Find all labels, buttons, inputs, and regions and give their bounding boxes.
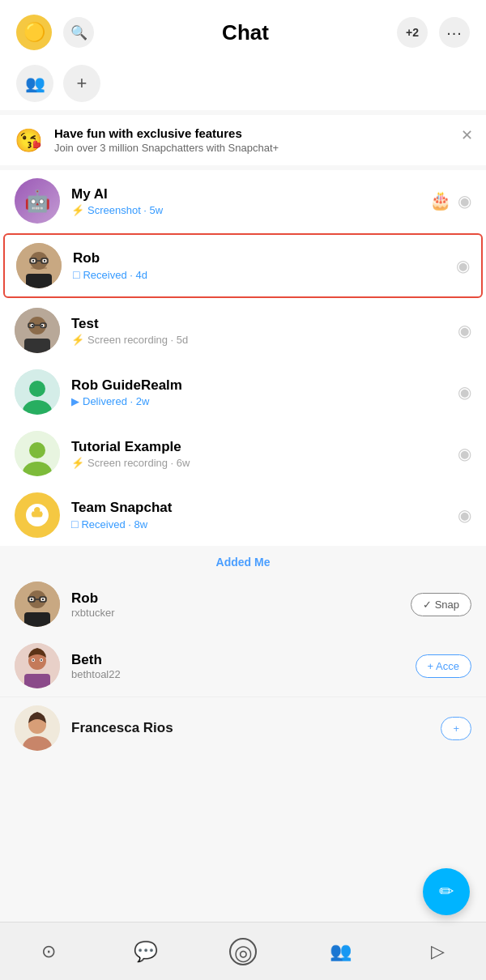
chat-avatar-myai: 🤖 (15, 178, 60, 224)
svg-point-43 (40, 659, 42, 661)
svg-point-16 (32, 325, 33, 326)
added-username-beth: bethtoal22 (71, 668, 416, 680)
chat-status-tutorial: ⚡ Screen recording · 6w (71, 457, 458, 469)
svg-point-42 (32, 659, 34, 661)
camera-icon-myai[interactable]: ◉ (458, 191, 471, 211)
camera-icon-rob[interactable]: ◉ (456, 256, 470, 275)
promo-banner: 😘 Have fun with exclusive features Join … (0, 115, 486, 165)
svg-rect-13 (24, 339, 50, 353)
bottom-navigation: ⊙ 💬 ◎ 👥 ▷ (0, 922, 486, 980)
search-button[interactable]: 🔍 (63, 17, 94, 48)
chat-item-myai[interactable]: 🤖 My AI ⚡ Screenshot · 5w 🎂 ◉ (0, 170, 486, 232)
friends-icon: 👥 (330, 941, 352, 962)
added-username-rob: rxbtucker (71, 607, 411, 619)
page-title: Chat (94, 20, 397, 45)
chat-name-test: Test (71, 316, 458, 332)
promo-emoji: 😘 (15, 127, 43, 154)
svg-point-5 (32, 260, 34, 262)
chat-item-team-snapchat[interactable]: Team Snapchat □ Received · 8w ◉ (0, 484, 486, 546)
camera-nav-icon: ◎ (229, 938, 257, 965)
new-chat-button[interactable]: + (63, 65, 100, 102)
chat-status-rob-guiderealm: ▶ Delivered · 2w (71, 395, 458, 407)
chat-item-tutorial[interactable]: Tutorial Example ⚡ Screen recording · 6w… (0, 423, 486, 484)
added-me-section: Added Me Rob rxbtucker ✓ Snap (0, 546, 486, 759)
chat-status-test: ⚡ Screen recording · 5d (71, 334, 458, 346)
more-button[interactable]: ··· (439, 17, 470, 48)
received2-icon: □ (71, 518, 78, 530)
svg-rect-2 (26, 274, 52, 288)
screen-rec-icon: ⚡ (71, 334, 84, 346)
promo-close-button[interactable]: ✕ (461, 126, 473, 144)
add-friend-button[interactable]: +2 (397, 17, 428, 48)
camera-icon-tutorial[interactable]: ◉ (458, 444, 471, 463)
svg-point-6 (44, 260, 45, 262)
chat-avatar-rob (16, 243, 62, 288)
added-info-rob: Rob rxbtucker (71, 590, 411, 619)
chat-name-rob: Rob (73, 250, 456, 266)
chat-icon: 💬 (134, 940, 158, 963)
chat-info-tutorial: Tutorial Example ⚡ Screen recording · 6w (71, 439, 458, 469)
added-item-beth[interactable]: Beth bethtoal22 + Acce (0, 635, 486, 697)
chat-info-myai: My AI ⚡ Screenshot · 5w (71, 186, 429, 216)
accept-button-beth[interactable]: + Acce (416, 654, 471, 678)
snap-button-rob[interactable]: ✓ Snap (411, 593, 471, 616)
svg-point-25 (29, 442, 45, 458)
add-friend-label: +2 (406, 26, 419, 39)
svg-rect-7 (31, 267, 47, 269)
user-avatar[interactable]: 🟡 (16, 15, 52, 50)
chat-name-tutorial: Tutorial Example (71, 439, 458, 455)
added-avatar-beth (15, 643, 60, 688)
chat-name-myai: My AI (71, 186, 429, 202)
accept-button-francesca[interactable]: + (441, 717, 471, 740)
added-name-beth: Beth (71, 652, 416, 668)
chat-status-myai: ⚡ Screenshot · 5w (71, 204, 429, 216)
added-item-rob[interactable]: Rob rxbtucker ✓ Snap (0, 573, 486, 635)
header-left: 🟡 🔍 (16, 15, 94, 50)
svg-point-33 (42, 599, 44, 600)
added-name-rob: Rob (71, 590, 411, 607)
nav-stories[interactable]: ▷ (417, 931, 458, 972)
header-right: +2 ··· (397, 17, 470, 48)
more-icon: ··· (446, 23, 463, 42)
promo-text: Have fun with exclusive features Join ov… (54, 126, 471, 154)
received-icon: □ (73, 268, 79, 281)
chat-info-team-snapchat: Team Snapchat □ Received · 8w (71, 500, 458, 530)
chat-avatar-tutorial (15, 431, 60, 476)
chat-avatar-test (15, 308, 60, 353)
compose-icon: ✏ (439, 881, 454, 902)
added-item-francesca[interactable]: Francesca Rios + (0, 697, 486, 759)
groups-button[interactable]: 👥 (16, 65, 53, 102)
nav-map[interactable]: ⊙ (28, 931, 69, 972)
chat-name-team-snapchat: Team Snapchat (71, 500, 458, 516)
chat-status-rob: □ Received · 4d (73, 268, 456, 281)
chat-info-test: Test ⚡ Screen recording · 5d (71, 316, 458, 346)
svg-rect-39 (24, 674, 50, 688)
second-row: 👥 + (0, 58, 486, 110)
nav-friends[interactable]: 👥 (320, 931, 360, 972)
stories-icon: ▷ (431, 941, 445, 962)
added-avatar-rob (15, 582, 60, 627)
map-icon: ⊙ (41, 941, 56, 962)
svg-point-17 (41, 325, 43, 326)
chat-list: 🤖 My AI ⚡ Screenshot · 5w 🎂 ◉ (0, 170, 486, 546)
compose-fab[interactable]: ✏ (423, 868, 470, 915)
chat-name-rob-guiderealm: Rob GuideRealm (71, 377, 458, 394)
camera-icon-rob-guiderealm[interactable]: ◉ (458, 382, 471, 402)
screenshot-icon: ⚡ (71, 204, 84, 216)
screen-rec2-icon: ⚡ (71, 457, 84, 469)
chat-avatar-rob-guiderealm (15, 369, 60, 415)
chat-info-rob: Rob □ Received · 4d (73, 250, 456, 281)
camera-icon-test[interactable]: ◉ (458, 321, 471, 340)
promo-title: Have fun with exclusive features (54, 126, 471, 140)
camera-icon-team-snapchat[interactable]: ◉ (458, 505, 471, 525)
svg-rect-29 (24, 612, 50, 627)
chat-item-rob[interactable]: Rob □ Received · 4d ◉ (3, 233, 483, 298)
delivered-icon: ▶ (71, 395, 79, 407)
cupcake-icon: 🎂 (429, 190, 451, 211)
nav-camera[interactable]: ◎ (223, 931, 263, 972)
chat-item-test[interactable]: Test ⚡ Screen recording · 5d ◉ (0, 300, 486, 361)
added-info-francesca: Francesca Rios (71, 720, 441, 736)
chat-item-rob-guiderealm[interactable]: Rob GuideRealm ▶ Delivered · 2w ◉ (0, 361, 486, 423)
nav-chat[interactable]: 💬 (126, 931, 166, 972)
app-header: 🟡 🔍 Chat +2 ··· (0, 0, 486, 58)
